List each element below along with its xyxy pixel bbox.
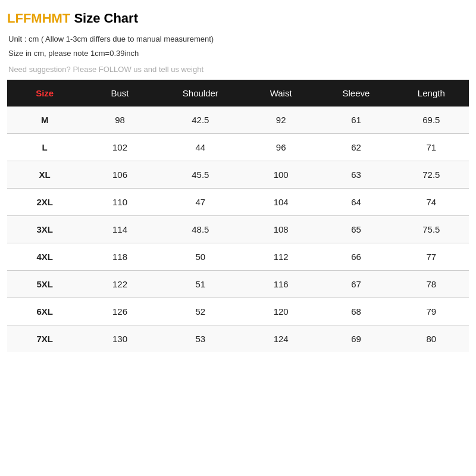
size-chart-table: Size Bust Shoulder Waist Sleeve Length M…	[7, 80, 469, 352]
cell-waist: 116	[243, 271, 318, 298]
cell-waist: 104	[243, 189, 318, 216]
cell-size: XL	[7, 161, 82, 189]
header-waist: Waist	[243, 80, 318, 107]
title-row: LFFMHMT Size Chart	[7, 11, 469, 26]
table-row: XL10645.51006372.5	[7, 161, 469, 189]
cell-size: 4XL	[7, 243, 82, 271]
cell-bust: 130	[82, 325, 157, 353]
brand-name: LFFMHMT	[7, 11, 70, 26]
header-bust: Bust	[82, 80, 157, 107]
cell-shoulder: 51	[158, 271, 243, 298]
cell-bust: 106	[82, 161, 157, 189]
cell-sleeve: 69	[318, 325, 393, 353]
cell-shoulder: 47	[158, 189, 243, 216]
cell-size: 5XL	[7, 271, 82, 298]
cell-shoulder: 45.5	[158, 161, 243, 189]
cell-bust: 110	[82, 189, 157, 216]
cell-sleeve: 62	[318, 134, 393, 161]
cell-length: 80	[394, 325, 469, 353]
header-size: Size	[7, 80, 82, 107]
cell-shoulder: 42.5	[158, 107, 243, 134]
cell-length: 79	[394, 298, 469, 325]
cell-sleeve: 65	[318, 216, 393, 243]
table-header-row: Size Bust Shoulder Waist Sleeve Length	[7, 80, 469, 107]
header-sleeve: Sleeve	[318, 80, 393, 107]
cell-size: L	[7, 134, 82, 161]
header-length: Length	[394, 80, 469, 107]
table-row: M9842.5926169.5	[7, 107, 469, 134]
cell-size: 2XL	[7, 189, 82, 216]
cell-length: 72.5	[394, 161, 469, 189]
cell-bust: 114	[82, 216, 157, 243]
cell-waist: 124	[243, 325, 318, 353]
cell-size: 3XL	[7, 216, 82, 243]
cell-bust: 122	[82, 271, 157, 298]
cell-shoulder: 44	[158, 134, 243, 161]
table-row: 5XL122511166778	[7, 271, 469, 298]
info-section: Unit : cm ( Allow 1-3cm differs due to m…	[7, 33, 469, 74]
cell-bust: 102	[82, 134, 157, 161]
cell-sleeve: 61	[318, 107, 393, 134]
cell-waist: 112	[243, 243, 318, 271]
info-line-2: Size in cm, please note 1cm=0.39inch	[8, 48, 468, 60]
cell-length: 78	[394, 271, 469, 298]
cell-length: 75.5	[394, 216, 469, 243]
suggestion-line: Need suggestion? Please FOLLOW us and te…	[8, 65, 468, 74]
cell-bust: 118	[82, 243, 157, 271]
cell-shoulder: 52	[158, 298, 243, 325]
cell-shoulder: 48.5	[158, 216, 243, 243]
cell-size: M	[7, 107, 82, 134]
cell-waist: 92	[243, 107, 318, 134]
table-row: 6XL126521206879	[7, 298, 469, 325]
cell-size: 7XL	[7, 325, 82, 353]
cell-size: 6XL	[7, 298, 82, 325]
page-container: LFFMHMT Size Chart Unit : cm ( Allow 1-3…	[0, 0, 476, 476]
table-row: 4XL118501126677	[7, 243, 469, 271]
table-row: L10244966271	[7, 134, 469, 161]
cell-length: 74	[394, 189, 469, 216]
header-shoulder: Shoulder	[158, 80, 243, 107]
cell-sleeve: 67	[318, 271, 393, 298]
cell-waist: 100	[243, 161, 318, 189]
cell-bust: 126	[82, 298, 157, 325]
cell-waist: 120	[243, 298, 318, 325]
cell-length: 71	[394, 134, 469, 161]
cell-length: 77	[394, 243, 469, 271]
cell-bust: 98	[82, 107, 157, 134]
cell-sleeve: 63	[318, 161, 393, 189]
cell-waist: 96	[243, 134, 318, 161]
table-row: 7XL130531246980	[7, 325, 469, 353]
cell-sleeve: 68	[318, 298, 393, 325]
cell-length: 69.5	[394, 107, 469, 134]
info-line-1: Unit : cm ( Allow 1-3cm differs due to m…	[8, 33, 468, 45]
cell-shoulder: 50	[158, 243, 243, 271]
cell-sleeve: 66	[318, 243, 393, 271]
table-row: 3XL11448.51086575.5	[7, 216, 469, 243]
chart-title: Size Chart	[70, 11, 138, 26]
cell-shoulder: 53	[158, 325, 243, 353]
cell-waist: 108	[243, 216, 318, 243]
cell-sleeve: 64	[318, 189, 393, 216]
table-row: 2XL110471046474	[7, 189, 469, 216]
